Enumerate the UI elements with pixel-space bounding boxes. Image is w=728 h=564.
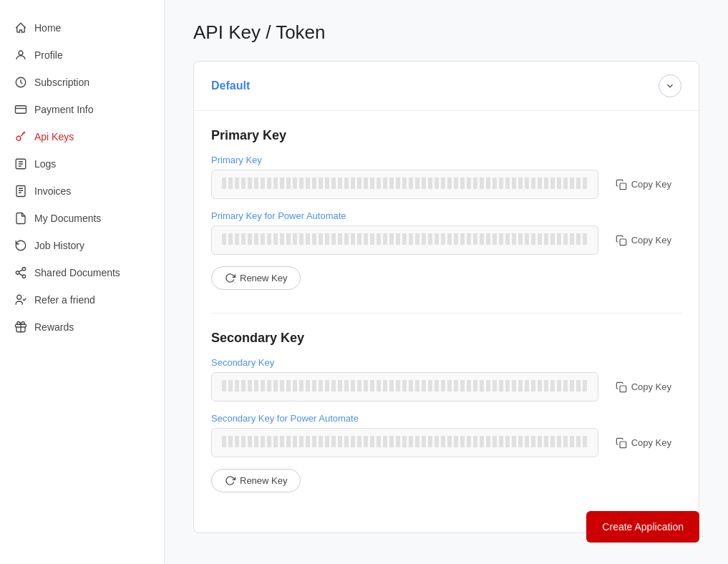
primary-power-automate-label: Primary Key for Power Automate [211,210,681,221]
svg-rect-14 [620,239,626,245]
renew-icon [225,475,236,486]
subscription-icon [14,76,27,89]
primary-power-automate-blur [222,233,588,245]
primary-key-field: Primary Key Copy Key [211,155,681,199]
section-divider [211,313,681,313]
invoice-icon [14,185,27,198]
rewards-icon [14,321,27,334]
page-title: API Key / Token [193,21,699,44]
sidebar-item-referafriend[interactable]: Refer a friend [0,286,164,313]
sidebar-item-jobhistory[interactable]: Job History [0,232,164,259]
svg-point-6 [22,268,26,271]
sidebar-item-apikeys[interactable]: Api Keys [0,123,164,150]
sidebar-item-invoices[interactable]: Invoices [0,178,164,205]
copy-icon [616,179,627,190]
logs-icon [14,157,27,170]
svg-point-7 [16,271,19,275]
primary-power-automate-field: Primary Key for Power Automate Copy Key [211,210,681,255]
secondary-key-copy-button[interactable]: Copy Key [606,376,681,399]
secondary-power-automate-row: Copy Key [211,428,681,457]
primary-renew-button[interactable]: Renew Key [211,266,301,290]
create-application-button[interactable]: Create Application [586,511,699,543]
primary-power-automate-copy-button[interactable]: Copy Key [606,229,681,252]
primary-key-label: Primary Key [211,155,681,165]
document-icon [14,212,27,225]
copy-icon [616,437,627,449]
svg-point-3 [16,136,21,140]
sidebar-item-rewards[interactable]: Rewards [0,313,164,341]
svg-line-9 [19,273,22,276]
copy-icon [616,381,627,393]
collapse-button[interactable] [659,74,681,97]
primary-key-section: Primary Key Primary Key Copy Key [211,128,681,290]
history-icon [14,239,27,252]
svg-rect-5 [16,186,25,197]
sidebar-item-subscription[interactable]: Subscription [0,69,164,96]
primary-key-copy-button[interactable]: Copy Key [606,173,681,196]
secondary-key-section-title: Secondary Key [211,331,681,346]
refer-icon [14,293,27,306]
secondary-key-row: Copy Key [211,372,681,402]
sidebar-item-shareddocuments[interactable]: Shared Documents [0,259,164,286]
secondary-key-section: Secondary Key Secondary Key Copy Key [211,331,681,492]
svg-point-11 [17,295,21,299]
card-body: Primary Key Primary Key Copy Key [194,111,699,533]
primary-power-automate-row: Copy Key [211,225,681,255]
svg-rect-15 [620,386,626,392]
sidebar-item-mydocuments[interactable]: My Documents [0,205,164,232]
primary-key-row: Copy Key [211,170,681,199]
primary-key-section-title: Primary Key [211,128,681,143]
main-content: API Key / Token Default Primary Key Prim… [165,0,728,564]
secondary-key-field: Secondary Key Copy Key [211,357,681,402]
secondary-power-automate-copy-button[interactable]: Copy Key [606,432,681,454]
renew-icon [225,273,236,283]
secondary-power-automate-input [211,428,598,457]
svg-rect-2 [16,106,26,114]
primary-key-input [211,170,598,199]
card-header-title: Default [211,79,250,92]
sidebar-item-home[interactable]: Home [0,14,164,42]
sidebar-item-profile[interactable]: Profile [0,42,164,69]
sidebar: Home Profile Subscription Payment Info A… [0,0,165,564]
svg-line-10 [19,270,22,272]
copy-icon [616,235,627,246]
secondary-power-automate-blur [222,436,588,447]
primary-power-automate-input [211,225,598,255]
sidebar-item-payment[interactable]: Payment Info [0,96,164,123]
svg-rect-13 [620,183,626,190]
chevron-down-icon [665,81,675,91]
api-key-card: Default Primary Key Primary Key [193,61,699,533]
payment-icon [14,103,27,116]
secondary-power-automate-label: Secondary Key for Power Automate [211,413,681,424]
secondary-power-automate-field: Secondary Key for Power Automate Copy Ke… [211,413,681,457]
primary-key-blur [222,178,588,189]
home-icon [14,21,27,34]
svg-point-0 [19,51,23,55]
svg-rect-16 [620,442,626,448]
shared-icon [14,266,27,279]
secondary-key-blur [222,380,588,392]
secondary-key-input [211,372,598,402]
secondary-key-label: Secondary Key [211,357,681,368]
sidebar-item-logs[interactable]: Logs [0,150,164,178]
svg-point-8 [22,275,26,278]
key-icon [14,130,27,143]
card-header: Default [194,62,699,111]
secondary-renew-button[interactable]: Renew Key [211,469,301,492]
person-icon [14,49,27,62]
